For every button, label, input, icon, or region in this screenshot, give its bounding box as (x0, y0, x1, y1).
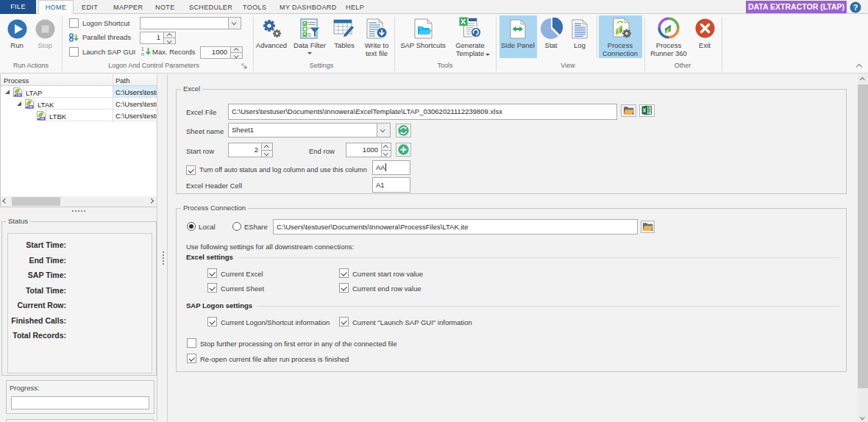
svg-text:?: ? (853, 3, 858, 12)
svg-text:1: 1 (141, 46, 144, 51)
svg-text:n: n (141, 51, 144, 57)
